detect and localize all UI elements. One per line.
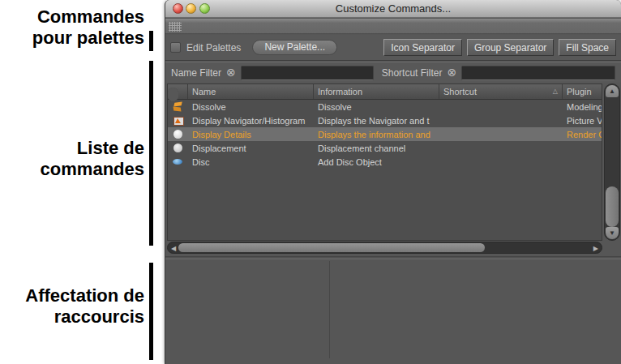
annotation-line: commandes: [41, 159, 144, 179]
table-body: Dodge Tool Dodge tool Dissolve Dissolve …: [168, 100, 602, 169]
edit-palettes-checkbox[interactable]: [170, 42, 181, 53]
annotation-affectation-de-raccourcis: Affectation de raccourcis: [0, 285, 144, 328]
customize-commands-window: Customize Commands... Edit Palettes New …: [165, 0, 621, 364]
annotation-line: pour palettes: [32, 28, 144, 48]
column-header-name[interactable]: Name: [188, 84, 314, 99]
window-title: Customize Commands...: [165, 2, 621, 15]
sort-ascending-icon: △: [553, 88, 558, 95]
disc-icon: [173, 156, 183, 167]
annotation-bracket-liste: [149, 61, 153, 246]
scroll-right-icon[interactable]: ▶: [593, 244, 598, 253]
edit-palettes-label: Edit Palettes: [186, 42, 241, 54]
row-icon-cell: [168, 156, 188, 167]
annotation-liste-de-commandes: Liste de commandes: [0, 138, 144, 180]
row-information-cell: Displays the information and: [314, 130, 439, 139]
vertical-scrollbar-thumb[interactable]: [606, 186, 619, 227]
row-icon-cell: [168, 115, 188, 126]
row-name-cell: Dissolve: [188, 102, 314, 112]
vertical-scrollbar[interactable]: ▲ ▼: [604, 84, 620, 241]
scroll-down-icon[interactable]: ▼: [606, 227, 619, 239]
row-information-cell: Disable Axis Handles: [172, 90, 176, 100]
row-information-cell: Displays the Navigator and t: [314, 116, 439, 126]
row-information-cell: Displacement channel: [314, 143, 439, 153]
group-separator-button[interactable]: Group Separator: [467, 39, 554, 56]
palette-toolbar: Edit Palettes New Palette... Icon Separa…: [165, 35, 621, 61]
display-navigator-icon: [173, 115, 183, 126]
row-plugin-cell: Mograph: [180, 90, 184, 100]
annotation-commandes-pour-palettes: Commandes pour palettes: [0, 6, 144, 49]
filter-row: Name Filter ⊗ Shortcut Filter ⊗: [165, 62, 621, 83]
row-information-cell: Add Disc Object: [314, 157, 439, 167]
table-header: Name Information Shortcut △ Plugin: [168, 84, 602, 100]
name-filter-input[interactable]: [241, 66, 374, 80]
row-name-cell: Display Details: [188, 130, 314, 139]
horizontal-scrollbar[interactable]: ◀ ▶: [167, 242, 602, 254]
annotation-bracket-palettes: [149, 31, 153, 51]
row-icon-cell: [168, 143, 188, 153]
column-header-information[interactable]: Information: [314, 84, 439, 99]
row-plugin-cell: Modeling: [563, 102, 602, 112]
clear-name-filter-icon[interactable]: ⊗: [226, 67, 236, 78]
new-palette-button[interactable]: New Palette...: [252, 40, 337, 55]
annotation-line: Commandes: [37, 6, 144, 27]
shortcut-filter-label: Shortcut Filter: [382, 67, 443, 79]
row-plugin-cell: Picture Vi: [563, 116, 602, 126]
name-filter-label: Name Filter: [171, 67, 221, 79]
row-name-cell: Disc: [188, 157, 314, 167]
annotation-line: raccourcis: [54, 306, 144, 327]
scroll-up-icon[interactable]: ▲: [606, 85, 619, 97]
row-information-cell: Dissolve: [314, 102, 439, 112]
table-row[interactable]: Displacement Displacement channel: [168, 141, 602, 155]
window-titlebar[interactable]: Customize Commands...: [165, 0, 621, 18]
column-header-shortcut[interactable]: Shortcut △: [439, 84, 563, 99]
scroll-left-icon[interactable]: ◀: [171, 244, 176, 253]
icon-separator-button[interactable]: Icon Separator: [383, 39, 462, 56]
dissolve-icon: [173, 101, 183, 112]
toolbar-grip-bar: [165, 19, 621, 34]
table-row[interactable]: Disc Add Disc Object: [168, 155, 602, 169]
row-name-cell: Display Navigator/Histogram: [188, 116, 314, 126]
shortcut-assignment-panel: Shortcut Restrict to Render Queue Option…: [165, 259, 621, 364]
table-row[interactable]: Dissolve Dissolve Modeling: [168, 100, 602, 113]
annotation-line: Affectation de: [25, 285, 144, 306]
commands-table: Name Information Shortcut △ Plugin Dodge…: [167, 84, 602, 241]
table-row[interactable]: Display Details Displays the information…: [168, 127, 602, 141]
annotation-bracket-raccourcis: [149, 263, 153, 360]
display-details-icon: [173, 129, 183, 139]
fill-space-button[interactable]: Fill Space: [559, 39, 616, 56]
assigned-shortcuts-area: [165, 261, 330, 358]
row-icon-cell: [168, 129, 188, 139]
shortcut-filter-input[interactable]: [461, 66, 615, 80]
drag-grip-icon[interactable]: [169, 22, 182, 32]
row-plugin-cell: Render Q: [563, 130, 602, 139]
row-name-cell: Displacement: [188, 143, 314, 153]
table-row[interactable]: Disable Axis Handles Disable Axis Handle…: [168, 88, 178, 101]
screenshot-root: Commandes pour palettes Liste de command…: [0, 0, 621, 364]
annotation-line: Liste de: [77, 138, 144, 158]
column-header-shortcut-label: Shortcut: [443, 87, 477, 96]
table-row[interactable]: Display Navigator/Histogram Displays the…: [168, 113, 602, 127]
horizontal-scrollbar-thumb[interactable]: [178, 243, 485, 252]
displacement-icon: [173, 143, 183, 153]
row-icon-cell: [168, 101, 188, 112]
clear-shortcut-filter-icon[interactable]: ⊗: [447, 67, 456, 78]
column-header-plugin[interactable]: Plugin: [563, 84, 602, 99]
